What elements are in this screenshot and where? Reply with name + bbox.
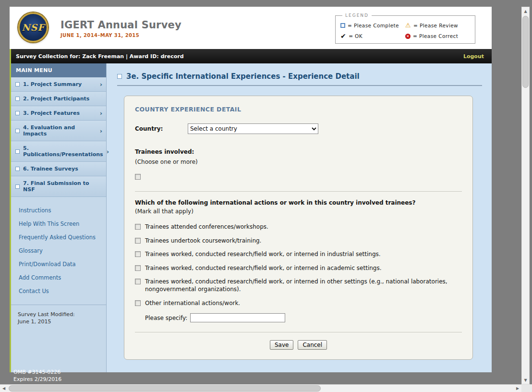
conferences-checkbox[interactable] xyxy=(135,224,141,230)
other-settings-checkbox[interactable] xyxy=(135,279,141,284)
please-complete-icon xyxy=(15,129,20,133)
trainees-involved-label: Trainees involved: xyxy=(135,148,462,155)
title-rule xyxy=(117,85,482,86)
button-row: Save Cancel xyxy=(135,340,462,350)
link-help-with-screen[interactable]: Help With This Screen xyxy=(11,217,106,231)
sidebar-divider xyxy=(11,305,106,305)
option-academic: Trainees worked, conducted research/fiel… xyxy=(135,265,462,272)
sidebar-item-label: 7. Final Submission to NSF xyxy=(23,180,102,193)
horizontal-scrollbar[interactable]: ◀ ▶ xyxy=(0,384,521,392)
please-complete-icon xyxy=(340,23,345,28)
warning-icon: ⚠ xyxy=(405,22,411,28)
scroll-right-icon[interactable]: ▶ xyxy=(514,385,521,392)
sidebar-item-project-participants[interactable]: 2. Project Participants xyxy=(11,92,106,106)
chevron-right-icon: › xyxy=(100,81,102,87)
please-specify-label: Please specify: xyxy=(145,315,187,321)
please-specify-input[interactable] xyxy=(190,313,285,322)
chevron-right-icon: › xyxy=(100,128,102,134)
survey-collection-text: Survey Collection for: Zack Freeman | Aw… xyxy=(16,53,184,60)
nsf-logo-icon: NSF xyxy=(18,12,48,42)
sidebar-item-label: 1. Project Summary xyxy=(23,81,82,87)
link-glossary[interactable]: Glossary xyxy=(11,244,106,257)
option-label: Trainees worked, conducted research/fiel… xyxy=(145,251,381,258)
please-complete-icon xyxy=(15,97,20,101)
omb-number: OMB #3145-0226 xyxy=(13,369,61,376)
link-contact-us[interactable]: Contact Us xyxy=(11,284,106,298)
legend-title: LEGEND xyxy=(342,13,372,18)
sidebar-item-publications[interactable]: 5. Publications/Presentations › xyxy=(11,141,106,162)
trainees-involved-checkbox[interactable] xyxy=(135,174,141,180)
last-modified: Survey Last Modified: June 1, 2015 xyxy=(11,309,106,333)
link-add-comments[interactable]: Add Comments xyxy=(11,271,106,284)
navbar: Survey Collection for: Zack Freeman | Aw… xyxy=(10,49,492,63)
actions-question-hint: (Mark all that apply) xyxy=(135,208,462,215)
action-options-list: Trainees attended conferences/workshops.… xyxy=(135,223,462,322)
academic-checkbox[interactable] xyxy=(135,265,141,271)
scrollbar-corner xyxy=(521,384,532,392)
legend-label: = Please Complete xyxy=(348,23,399,28)
please-complete-icon xyxy=(15,167,20,171)
main-content: 3e. Specific International Experiences -… xyxy=(107,63,492,372)
page-title: 3e. Specific International Experiences -… xyxy=(126,72,360,81)
legend-label: = Please Correct xyxy=(413,33,458,39)
legend-label: = OK xyxy=(349,33,363,39)
coursework-checkbox[interactable] xyxy=(135,238,141,244)
header-titles: IGERT Annual Survey JUNE 1, 2014–MAY 31,… xyxy=(60,19,181,38)
sidebar-item-label: 6. Trainee Surveys xyxy=(23,166,78,172)
survey-date-range: JUNE 1, 2014–MAY 31, 2015 xyxy=(60,33,181,38)
option-label: Trainees undertook coursework/training. xyxy=(145,237,261,245)
scroll-left-icon[interactable]: ◀ xyxy=(0,385,8,392)
cancel-button[interactable]: Cancel xyxy=(298,340,327,350)
option-other-settings: Trainees worked, conducted research/fiel… xyxy=(135,278,462,293)
omb-footer: OMB #3145-0226 Expires 2/29/2016 xyxy=(13,369,61,383)
sidebar-item-label: 5. Publications/Presentations xyxy=(23,145,103,158)
content-area: MAIN MENU 1. Project Summary › 2. Projec… xyxy=(10,63,492,372)
sidebar-links: Instructions Help With This Screen Frequ… xyxy=(11,197,106,300)
legend-item-review: ⚠ = Please Review xyxy=(405,22,470,28)
main-menu-header: MAIN MENU xyxy=(11,63,106,77)
option-label: Trainees worked, conducted research/fiel… xyxy=(145,278,462,293)
chevron-right-icon: › xyxy=(100,110,102,116)
page-header: NSF IGERT Annual Survey JUNE 1, 2014–MAY… xyxy=(10,7,492,49)
panel-divider xyxy=(135,332,462,332)
survey-window: NSF IGERT Annual Survey JUNE 1, 2014–MAY… xyxy=(10,7,492,372)
sidebar-item-evaluation-impacts[interactable]: 4. Evaluation and Impacts › xyxy=(11,121,106,141)
please-specify-row: Please specify: xyxy=(145,313,462,322)
legend-grid: = Please Complete ⚠ = Please Review ✔ = … xyxy=(340,22,470,39)
industrial-checkbox[interactable] xyxy=(135,251,141,257)
page-title-row: 3e. Specific International Experiences -… xyxy=(117,72,482,81)
country-label: Country: xyxy=(135,125,188,132)
sidebar-item-label: 3. Project Features xyxy=(23,110,80,116)
scroll-down-icon[interactable]: ▼ xyxy=(522,376,529,384)
sidebar-item-trainee-surveys[interactable]: 6. Trainee Surveys xyxy=(11,162,106,176)
country-select[interactable]: Select a country xyxy=(188,123,318,134)
sidebar-item-final-submission[interactable]: 7. Final Submission to NSF xyxy=(11,176,106,197)
vertical-scrollbar-thumb[interactable] xyxy=(522,16,529,88)
sidebar: MAIN MENU 1. Project Summary › 2. Projec… xyxy=(11,63,107,372)
panel-heading: COUNTRY EXPERIENCE DETAIL xyxy=(135,106,462,113)
option-label: Other international actions/work. xyxy=(145,300,240,307)
link-faq[interactable]: Frequently Asked Questions xyxy=(11,231,106,244)
save-button[interactable]: Save xyxy=(270,340,293,350)
legend-box: LEGEND = Please Complete ⚠ = Please Revi… xyxy=(335,15,475,44)
horizontal-scrollbar-thumb[interactable] xyxy=(9,385,321,392)
option-label: Trainees attended conferences/workshops. xyxy=(145,223,268,231)
logout-link[interactable]: Logout xyxy=(463,53,484,60)
option-conferences: Trainees attended conferences/workshops. xyxy=(135,223,462,231)
legend-item-complete: = Please Complete xyxy=(340,22,405,28)
please-complete-icon xyxy=(117,74,122,79)
legend-item-ok: ✔ = OK xyxy=(340,33,405,39)
nsf-logo-text: NSF xyxy=(22,22,45,33)
option-coursework: Trainees undertook coursework/training. xyxy=(135,237,462,245)
option-other-actions: Other international actions/work. xyxy=(135,300,462,307)
scroll-up-icon[interactable]: ▲ xyxy=(522,7,529,15)
other-actions-checkbox[interactable] xyxy=(135,300,141,306)
option-label: Trainees worked, conducted research/fiel… xyxy=(145,265,382,272)
panel-divider xyxy=(135,191,462,192)
vertical-scrollbar[interactable]: ▲ ▼ xyxy=(521,7,530,384)
link-print-download[interactable]: Print/Download Data xyxy=(11,257,106,271)
sidebar-item-project-features[interactable]: 3. Project Features › xyxy=(11,106,106,121)
please-complete-icon xyxy=(15,82,20,86)
link-instructions[interactable]: Instructions xyxy=(11,204,106,217)
sidebar-item-project-summary[interactable]: 1. Project Summary › xyxy=(11,77,106,92)
